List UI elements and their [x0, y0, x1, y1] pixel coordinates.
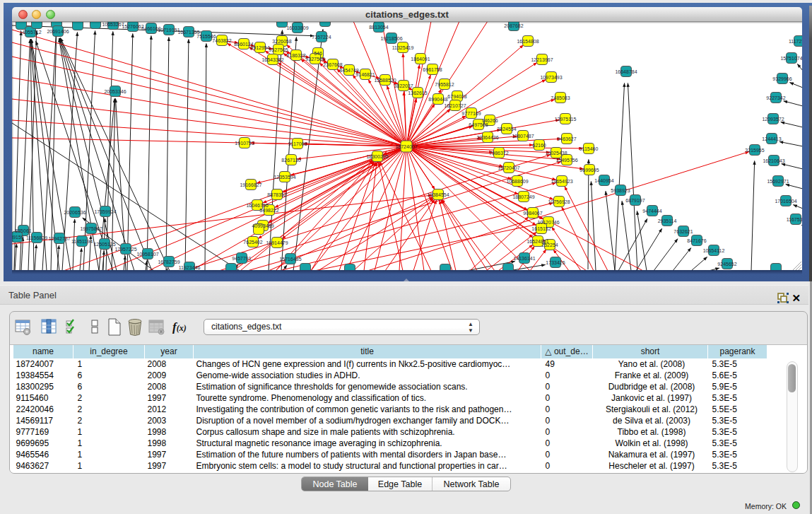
svg-text:16210727: 16210727	[444, 103, 466, 108]
svg-text:9115460: 9115460	[579, 146, 599, 151]
svg-text:2087682: 2087682	[504, 23, 523, 28]
svg-text:17359924: 17359924	[94, 209, 116, 214]
svg-text:16543382: 16543382	[261, 57, 283, 62]
svg-text:20053346: 20053346	[104, 89, 126, 94]
svg-text:9146821: 9146821	[355, 72, 375, 77]
svg-text:16914479: 16914479	[266, 240, 288, 245]
svg-text:15495756: 15495756	[555, 158, 577, 163]
svg-text:1910753: 1910753	[235, 141, 254, 146]
svg-text:15716485: 15716485	[279, 257, 301, 262]
svg-text:10654112: 10654112	[703, 248, 725, 253]
svg-text:3226058: 3226058	[272, 39, 291, 44]
svg-text:10958107: 10958107	[136, 252, 158, 257]
svg-text:18724007: 18724007	[395, 144, 417, 149]
svg-text:12093572: 12093572	[762, 117, 784, 122]
svg-text:15751074: 15751074	[780, 56, 802, 61]
svg-text:9327505: 9327505	[269, 47, 288, 52]
svg-text:7955812: 7955812	[435, 82, 454, 87]
svg-text:9327508: 9327508	[305, 57, 324, 62]
svg-text:19654923: 19654923	[551, 179, 572, 184]
svg-text:1167533: 1167533	[787, 217, 802, 222]
svg-text:8878352: 8878352	[267, 192, 286, 197]
svg-text:10807487: 10807487	[512, 134, 534, 139]
svg-text:1733426: 1733426	[546, 260, 565, 265]
svg-text:1615152: 1615152	[531, 226, 551, 231]
svg-text:9463627: 9463627	[557, 136, 576, 141]
svg-text:10756928: 10756928	[548, 199, 570, 204]
svg-text:7357224: 7357224	[312, 35, 331, 40]
svg-text:1362615: 1362615	[408, 90, 427, 95]
svg-text:20364436: 20364436	[476, 135, 498, 140]
svg-text:6794028: 6794028	[447, 94, 466, 99]
svg-text:15692971: 15692971	[767, 179, 789, 184]
svg-text:10973493: 10973493	[540, 75, 562, 80]
svg-text:16046756: 16046756	[246, 203, 268, 208]
svg-text:12505135: 12505135	[93, 242, 115, 247]
svg-text:9227342: 9227342	[766, 95, 785, 100]
svg-text:8186328: 8186328	[286, 53, 305, 58]
svg-text:835061: 835061	[15, 228, 31, 233]
svg-text:7463822: 7463822	[212, 38, 231, 43]
svg-text:9474444: 9474444	[642, 209, 661, 214]
svg-text:10653267: 10653267	[102, 22, 124, 27]
svg-text:5938923: 5938923	[611, 188, 630, 193]
svg-text:8471676: 8471676	[687, 238, 706, 243]
svg-text:2367608: 2367608	[323, 62, 342, 67]
svg-text:3822037: 3822037	[394, 83, 413, 88]
svg-text:19384554: 19384554	[427, 192, 449, 197]
svg-text:10025438: 10025438	[545, 151, 567, 156]
svg-text:17957225: 17957225	[114, 247, 136, 252]
svg-text:12353594: 12353594	[273, 175, 295, 180]
svg-text:10120746: 10120746	[537, 220, 559, 225]
svg-text:9245652: 9245652	[717, 262, 736, 267]
svg-text:8912954: 8912954	[250, 45, 269, 50]
svg-text:5498222: 5498222	[259, 208, 278, 213]
svg-text:14136141: 14136141	[513, 256, 535, 261]
svg-text:9084067: 9084067	[523, 211, 542, 216]
svg-text:3215955: 3215955	[745, 148, 764, 153]
svg-text:16033809: 16033809	[286, 25, 308, 30]
svg-text:12975115: 12975115	[555, 117, 577, 122]
svg-text:6879197: 6879197	[625, 198, 645, 203]
svg-text:7986372: 7986372	[489, 151, 508, 156]
svg-text:19218506: 19218506	[380, 36, 402, 41]
svg-text:6497568: 6497568	[469, 122, 488, 127]
svg-text:11156829: 11156829	[26, 235, 47, 240]
svg-text:1864091: 1864091	[411, 57, 430, 62]
svg-text:16648784: 16648784	[615, 69, 637, 74]
svg-text:19975867: 19975867	[80, 226, 102, 231]
svg-text:15588520: 15588520	[374, 78, 396, 83]
svg-text:9117008: 9117008	[288, 141, 307, 146]
svg-text:16154808: 16154808	[517, 39, 539, 44]
svg-text:10719151: 10719151	[158, 28, 180, 33]
svg-text:14055712: 14055712	[19, 30, 41, 35]
svg-text:15276062: 15276062	[122, 24, 143, 29]
svg-text:8267130: 8267130	[281, 158, 300, 163]
svg-text:11451194: 11451194	[71, 239, 93, 244]
svg-text:16782759: 16782759	[158, 259, 180, 264]
svg-text:10688609: 10688609	[506, 179, 528, 184]
svg-text:11325419: 11325419	[392, 45, 414, 50]
svg-text:20206536: 20206536	[64, 210, 86, 215]
svg-text:15720407: 15720407	[498, 165, 519, 170]
svg-text:12213967: 12213967	[531, 57, 553, 62]
svg-text:19166827: 19166827	[240, 182, 261, 187]
svg-text:16210643: 16210643	[763, 158, 784, 163]
svg-text:11923446: 11923446	[179, 265, 201, 270]
svg-text:7485083: 7485083	[551, 95, 570, 100]
svg-text:1440954: 1440954	[594, 178, 613, 183]
svg-text:20691406: 20691406	[47, 29, 69, 34]
svg-text:1244413: 1244413	[762, 136, 781, 141]
svg-text:18807249: 18807249	[512, 194, 534, 199]
svg-text:7632621: 7632621	[673, 229, 693, 234]
svg-text:2935114: 2935114	[658, 218, 677, 223]
svg-text:546: 546	[314, 51, 322, 56]
svg-text:9329966: 9329966	[772, 76, 792, 81]
svg-text:9699695: 9699695	[579, 168, 599, 173]
svg-text:8813054: 8813054	[369, 25, 388, 30]
svg-text:9457791: 9457791	[232, 256, 251, 261]
svg-text:7625402: 7625402	[243, 240, 262, 245]
svg-text:62160: 62160	[532, 143, 546, 148]
svg-text:39159: 39159	[12, 235, 24, 240]
svg-text:6961758: 6961758	[423, 67, 442, 72]
